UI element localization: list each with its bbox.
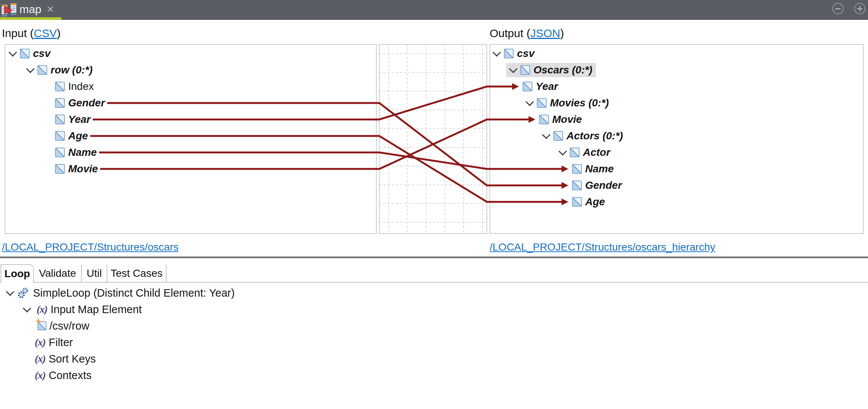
tab-test-cases[interactable]: Test Cases: [107, 264, 166, 282]
chevron-down-icon[interactable]: [523, 96, 537, 110]
fx-icon: [32, 353, 48, 365]
loop-tree-item-contexts[interactable]: Contexts: [32, 367, 91, 384]
output-tree-item-name[interactable]: Name: [572, 161, 617, 177]
element-icon: [55, 98, 65, 108]
editor-tab-bar: map ×: [0, 0, 868, 20]
input-tree-item-gender[interactable]: Gender: [41, 95, 109, 111]
element-icon: [20, 49, 30, 58]
element-icon: [570, 148, 580, 157]
tab-title[interactable]: map: [19, 3, 41, 16]
chevron-down-icon[interactable]: [6, 46, 20, 61]
element-icon: [572, 197, 582, 207]
map-editor-window: map × Input (CSV) Output (JSON) csv row …: [0, 0, 868, 409]
input-tree-item-index[interactable]: Index: [41, 78, 98, 95]
tab-util[interactable]: Util: [82, 264, 107, 282]
element-icon: [55, 164, 65, 174]
element-icon: [55, 131, 65, 141]
input-tree-item-movie[interactable]: Movie: [41, 161, 102, 177]
element-icon: [523, 82, 532, 91]
output-tree-item-oscars[interactable]: Oscars (0:*): [506, 62, 596, 78]
chevron-down-icon[interactable]: [23, 63, 37, 77]
loop-tree-item-input-map-element[interactable]: Input Map Element: [20, 301, 142, 318]
output-tree-item-age[interactable]: Age: [572, 194, 609, 210]
output-tree-item-csv[interactable]: csv: [490, 45, 538, 62]
chevron-down-icon[interactable]: [539, 129, 553, 143]
element-icon: [504, 49, 514, 58]
minus-icon: [835, 8, 841, 9]
output-structure-link[interactable]: /LOCAL_PROJECT/Structures/oscars_hierarc…: [490, 241, 715, 253]
loop-tree-item-csv-row[interactable]: /csv/row: [37, 318, 89, 334]
element-icon: [520, 65, 530, 75]
element-icon: [537, 98, 547, 108]
active-tab-indicator: [0, 17, 61, 20]
input-tree-item-name[interactable]: Name: [41, 144, 100, 161]
close-icon[interactable]: ×: [47, 2, 54, 16]
output-tree-item-actors[interactable]: Actors (0:*): [539, 128, 627, 144]
input-format-link[interactable]: CSV: [34, 27, 57, 39]
input-structure-link[interactable]: /LOCAL_PROJECT/Structures/oscars: [2, 241, 178, 253]
loop-tree-item-simpleloop[interactable]: SimpleLoop (Distinct Child Element: Year…: [3, 285, 235, 301]
input-tree-item-row[interactable]: row (0:*): [23, 62, 96, 78]
expand-circle-button[interactable]: [854, 3, 865, 14]
chevron-down-icon[interactable]: [490, 46, 504, 61]
output-tree-item-year[interactable]: Year: [523, 78, 562, 95]
new-element-sparkle-icon: [36, 319, 40, 323]
fx-icon: [32, 337, 48, 348]
horizontal-splitter[interactable]: [0, 256, 868, 258]
chevron-down-icon[interactable]: [20, 302, 34, 316]
map-file-icon: [1, 2, 18, 18]
tab-loop[interactable]: Loop: [1, 264, 34, 283]
collapse-circle-button[interactable]: [832, 3, 844, 14]
fx-icon: [34, 304, 50, 315]
fx-icon: [32, 370, 48, 381]
tab-strip-baseline: [0, 282, 868, 282]
element-icon: [572, 181, 582, 190]
input-tree-item-age[interactable]: Age: [41, 128, 92, 144]
chevron-down-icon[interactable]: [506, 63, 520, 77]
input-tree-item-csv[interactable]: csv: [6, 45, 54, 62]
element-icon: [55, 82, 65, 91]
element-icon: [37, 65, 47, 75]
input-tree-item-year[interactable]: Year: [41, 111, 94, 128]
mapping-grid-panel: [379, 44, 487, 234]
element-icon: [539, 115, 549, 124]
loop-tree-item-sort-keys[interactable]: Sort Keys: [32, 351, 96, 367]
element-icon: [55, 148, 65, 157]
loop-tree-item-filter[interactable]: Filter: [32, 334, 73, 351]
output-tree-item-movie[interactable]: Movie: [539, 111, 586, 128]
output-tree-item-gender[interactable]: Gender: [572, 177, 626, 194]
output-format-link[interactable]: JSON: [530, 27, 560, 39]
input-panel-title: Input (CSV): [2, 27, 61, 40]
element-icon: [553, 131, 563, 141]
chevron-down-icon[interactable]: [556, 145, 570, 160]
element-icon: [37, 321, 46, 330]
chevron-down-icon[interactable]: [3, 286, 17, 300]
loop-gears-icon: [17, 287, 30, 299]
output-tree-item-actor[interactable]: Actor: [556, 144, 614, 161]
tab-validate[interactable]: Validate: [34, 264, 82, 282]
element-icon: [572, 164, 582, 174]
element-icon: [55, 115, 65, 124]
output-panel-title: Output (JSON): [490, 27, 564, 40]
output-tree-item-movies[interactable]: Movies (0:*): [523, 95, 613, 111]
